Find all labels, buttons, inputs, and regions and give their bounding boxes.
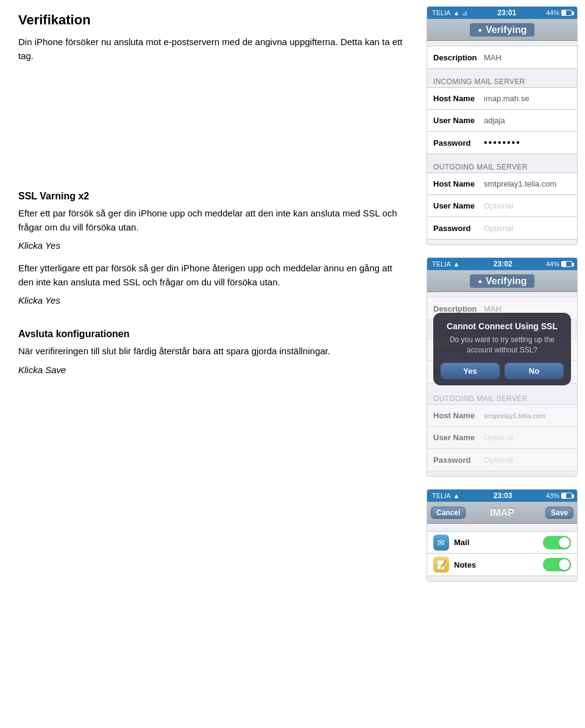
left-content: Verifikation Din iPhone försöker nu ansl… bbox=[0, 0, 427, 728]
screen1-status-bar: TELIA ▲ ⊿ 23:01 44% bbox=[427, 7, 577, 19]
section2-title: SSL Varning x2 bbox=[18, 191, 408, 202]
screen1-description-value: MAH bbox=[484, 53, 502, 62]
screen3-battery-fill bbox=[562, 493, 566, 498]
mail-icon: ✉ bbox=[433, 535, 449, 551]
screen1-user-value: adjaja bbox=[484, 116, 505, 125]
screen3-mail-toggle-knob bbox=[559, 537, 570, 548]
section2-body2: Efter ytterligare ett par försök så ger … bbox=[18, 262, 408, 289]
screen1-iphone: TELIA ▲ ⊿ 23:01 44% ✦ Verifying Des bbox=[427, 6, 578, 245]
screen1-host2-value: smtprelay1.telia.com bbox=[484, 179, 556, 188]
screen1-time: 23:01 bbox=[497, 9, 516, 17]
screen3-save-button[interactable]: Save bbox=[545, 507, 573, 519]
screen1-description-label: Description bbox=[433, 53, 479, 62]
ssl-no-button[interactable]: No bbox=[505, 363, 564, 379]
screen3-navbar: Cancel IMAP Save bbox=[427, 502, 577, 524]
screen3-battery-icon bbox=[561, 493, 572, 499]
screen1-incoming-group: Host Name imap.mah.se User Name adjaja P… bbox=[427, 87, 577, 154]
screen3-notes-toggle-knob bbox=[559, 559, 570, 570]
screen1-content: Description MAH Incoming Mail Server Hos… bbox=[427, 46, 577, 240]
screen1-host2-row: Host Name smtprelay1.telia.com bbox=[427, 173, 577, 195]
screen1-password2-row: Password Optional bbox=[427, 217, 577, 239]
screen3-status-bar: TELIA ▲ 23:03 43% bbox=[427, 490, 577, 502]
screen1-host-value: imap.mah.se bbox=[484, 94, 529, 103]
screen2-battery-icon bbox=[561, 261, 572, 267]
screen2-wifi-icon: ▲ bbox=[453, 260, 460, 268]
ssl-dialog-buttons: Yes No bbox=[441, 363, 564, 379]
screen3-carrier: TELIA bbox=[432, 492, 451, 499]
section3-title: Avsluta konfigurationen bbox=[18, 329, 408, 340]
screen3-cancel-button[interactable]: Cancel bbox=[431, 507, 466, 519]
screen1-incoming-label: Incoming Mail Server bbox=[427, 74, 577, 87]
screen1-outgoing-label: Outgoing Mail Server bbox=[427, 159, 577, 173]
screen1-user2-label: User Name bbox=[433, 201, 479, 210]
screen3-iphone: TELIA ▲ 23:03 43% Cancel IMAP Save ✉ bbox=[427, 489, 578, 582]
ssl-dialog-title: Cannot Connect Using SSL bbox=[441, 321, 564, 331]
section3-click: Klicka Save bbox=[18, 365, 408, 375]
screen3-time: 23:03 bbox=[494, 491, 512, 500]
screen1-status-right: 44% bbox=[546, 9, 572, 16]
screen1-password-row: Password •••••••• bbox=[427, 132, 577, 154]
screen1-user-label: User Name bbox=[433, 116, 479, 125]
screen1-battery-pct: 44% bbox=[546, 9, 559, 16]
screen3-mail-toggle[interactable] bbox=[543, 536, 571, 549]
screen2-dimmed-outgoing: Outgoing Mail Server Host Name smtprelay… bbox=[427, 388, 577, 471]
screen1-host-label: Host Name bbox=[433, 94, 479, 103]
screen2-battery-pct: 44% bbox=[546, 260, 559, 268]
screen3-notes-toggle[interactable] bbox=[543, 558, 571, 571]
screen1-user-row: User Name adjaja bbox=[427, 110, 577, 132]
section1-body1: Din iPhone försöker nu ansluta mot e-pos… bbox=[18, 35, 408, 63]
screen1-battery-icon bbox=[561, 10, 572, 16]
screen2-iphone: TELIA ▲ 23:02 44% ✦ Verifying Descriptio… bbox=[427, 257, 578, 477]
section2-click1: Klicka Yes bbox=[18, 240, 408, 251]
screen2-status-bar: TELIA ▲ 23:02 44% bbox=[427, 258, 577, 270]
screen3-services-group: ✉ Mail 📝 Notes bbox=[427, 531, 577, 576]
screen3-toggles-group: ✉ Mail 📝 Notes bbox=[427, 531, 577, 576]
screen1-carrier: TELIA bbox=[432, 9, 451, 16]
screen1-status-left: TELIA ▲ ⊿ bbox=[432, 9, 467, 17]
screen3-status-right: 43% bbox=[546, 492, 572, 499]
screen1-wifi-icon: ▲ bbox=[453, 9, 460, 16]
screen1-outgoing-group: Host Name smtprelay1.telia.com User Name… bbox=[427, 173, 577, 240]
screen2-status-right: 44% bbox=[546, 260, 572, 268]
section2-body1: Efter ett par försök så ger din iPhone u… bbox=[18, 207, 408, 234]
screen1-user2-row: User Name Optional bbox=[427, 195, 577, 217]
notes-icon: 📝 bbox=[433, 557, 449, 573]
screen1-password2-value: Optional bbox=[484, 224, 513, 233]
screen2-navbar-title: ✦ Verifying bbox=[470, 274, 534, 288]
screen3-mail-row[interactable]: ✉ Mail bbox=[427, 532, 577, 554]
screen1-navbar-title: ✦ Verifying bbox=[470, 23, 534, 37]
screen3-notes-row[interactable]: 📝 Notes bbox=[427, 554, 577, 576]
screen2-carrier: TELIA bbox=[432, 260, 451, 268]
right-screenshots: TELIA ▲ ⊿ 23:01 44% ✦ Verifying Des bbox=[427, 0, 585, 728]
screen1-navbar: ✦ Verifying bbox=[427, 19, 577, 41]
screen1-password-value: •••••••• bbox=[484, 137, 521, 148]
screen1-signal-icon: ⊿ bbox=[462, 9, 467, 17]
screen3-mail-item: ✉ Mail bbox=[433, 535, 500, 551]
screen1-description-row: Description MAH bbox=[427, 46, 577, 68]
screen3-battery-pct: 43% bbox=[546, 492, 559, 499]
screen1-host-row: Host Name imap.mah.se bbox=[427, 88, 577, 110]
screen3-wifi-icon: ▲ bbox=[453, 492, 460, 499]
screen1-battery-fill bbox=[562, 10, 566, 15]
section1-title: Verifikation bbox=[18, 12, 408, 28]
screen1-user2-value: Optional bbox=[484, 201, 513, 210]
screen1-description-group: Description MAH bbox=[427, 46, 577, 69]
screen1-host2-label: Host Name bbox=[433, 179, 479, 188]
screen2-battery-fill bbox=[562, 262, 566, 266]
screen2-navbar: ✦ Verifying bbox=[427, 270, 577, 292]
screen3-navbar-title: IMAP bbox=[490, 507, 514, 518]
ssl-dialog: Cannot Connect Using SSL Do you want to … bbox=[433, 313, 571, 385]
screen3-notes-label: Notes bbox=[454, 560, 500, 569]
screen3-status-left: TELIA ▲ bbox=[432, 492, 459, 499]
ssl-yes-button[interactable]: Yes bbox=[441, 363, 500, 379]
screen3-notes-item: 📝 Notes bbox=[433, 557, 500, 573]
section3-body1: När verifireringen till slut blir färdig… bbox=[18, 344, 408, 359]
ssl-dialog-msg: Do you want to try setting up the accoun… bbox=[441, 335, 564, 355]
screen1-password-label: Password bbox=[433, 138, 479, 148]
screen2-time: 23:02 bbox=[494, 260, 512, 268]
section2-click2: Klicka Yes bbox=[18, 295, 408, 305]
screen1-password2-label: Password bbox=[433, 224, 479, 233]
screen2-status-left: TELIA ▲ bbox=[432, 260, 459, 268]
screen3-mail-label: Mail bbox=[454, 538, 500, 547]
